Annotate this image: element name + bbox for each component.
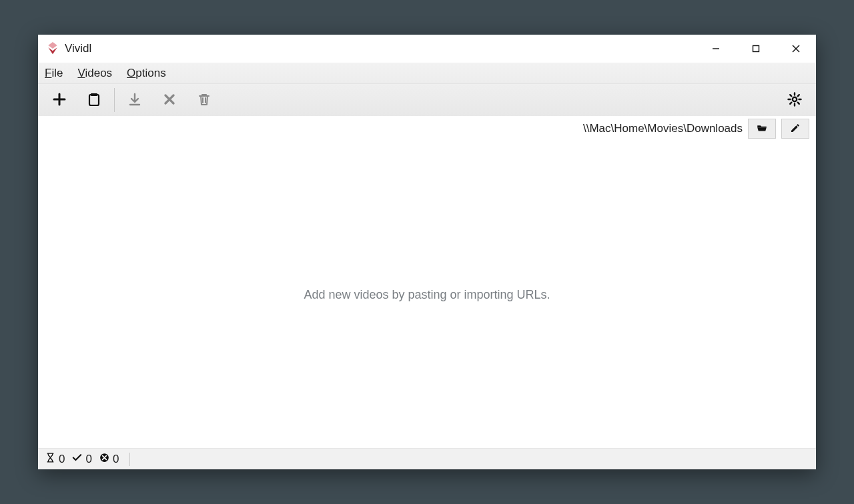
check-icon <box>71 452 83 467</box>
download-icon <box>127 91 143 109</box>
download-button[interactable] <box>117 84 152 116</box>
maximize-button[interactable] <box>736 35 776 63</box>
status-pending: 0 <box>45 452 65 467</box>
pencil-icon <box>789 122 801 136</box>
error-icon <box>99 452 110 467</box>
statusbar: 0 0 0 <box>38 448 816 469</box>
download-path: \\Mac\Home\Movies\Downloads <box>583 122 743 135</box>
svg-rect-5 <box>89 95 99 105</box>
hourglass-icon <box>45 452 56 467</box>
app-window: Vividl File Videos Options <box>38 35 816 469</box>
status-done-count: 0 <box>85 453 91 466</box>
cancel-button[interactable] <box>152 84 187 116</box>
menu-file[interactable]: File <box>45 67 63 80</box>
status-done: 0 <box>71 452 91 467</box>
edit-path-button[interactable] <box>781 119 809 139</box>
menu-options-rest: ptions <box>135 67 165 79</box>
close-button[interactable] <box>776 35 816 63</box>
open-folder-button[interactable] <box>748 119 776 139</box>
content-area: Add new videos by pasting or importing U… <box>38 141 816 448</box>
status-separator <box>129 453 130 466</box>
window-controls <box>696 35 816 63</box>
menu-videos[interactable]: Videos <box>77 67 112 80</box>
x-icon <box>161 91 177 109</box>
menu-videos-rest: ideos <box>85 67 112 79</box>
titlebar: Vividl <box>38 35 816 63</box>
status-error: 0 <box>99 452 119 467</box>
menu-options[interactable]: Options <box>127 67 166 80</box>
app-icon <box>46 42 59 55</box>
window-title: Vividl <box>65 42 91 55</box>
svg-rect-1 <box>753 46 759 52</box>
pathbar: \\Mac\Home\Movies\Downloads <box>38 116 816 141</box>
folder-icon <box>756 122 768 136</box>
menubar: File Videos Options <box>38 63 816 84</box>
toolbar-separator <box>114 88 115 112</box>
empty-state-text: Add new videos by pasting or importing U… <box>304 288 550 302</box>
minimize-button[interactable] <box>696 35 736 63</box>
menu-file-rest: ile <box>51 67 63 79</box>
plus-icon <box>51 91 67 109</box>
status-pending-count: 0 <box>59 453 65 466</box>
paste-button[interactable] <box>77 84 111 116</box>
status-error-count: 0 <box>113 453 119 466</box>
toolbar <box>38 84 816 116</box>
trash-icon <box>196 91 212 109</box>
gear-icon <box>787 91 803 109</box>
delete-button[interactable] <box>187 84 222 116</box>
svg-point-6 <box>793 97 797 101</box>
add-button[interactable] <box>42 84 77 116</box>
settings-button[interactable] <box>777 84 812 116</box>
clipboard-icon <box>86 91 102 109</box>
